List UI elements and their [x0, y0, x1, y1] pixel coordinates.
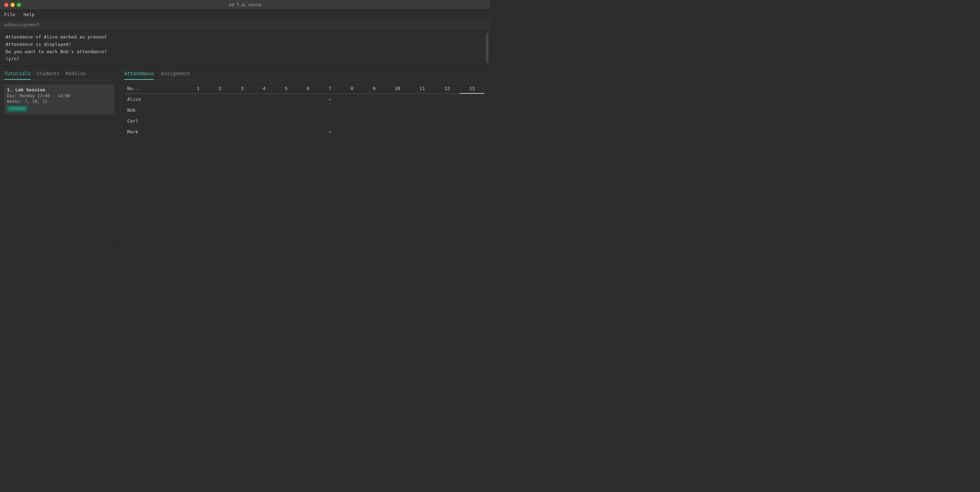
carl-9 — [363, 115, 385, 126]
mark-6 — [297, 126, 319, 137]
right-panel: Attendance Assignment Na... 1 2 3 4 5 6 … — [119, 67, 490, 244]
attendance-table: Na... 1 2 3 4 5 6 7 8 9 10 11 12 13 — [124, 84, 484, 137]
alice-5 — [275, 93, 297, 105]
col-name: Na... — [124, 84, 187, 93]
terminal-scrollbar[interactable] — [486, 33, 488, 63]
panel-tabs: Attendance Assignment — [119, 67, 490, 80]
carl-13 — [460, 115, 484, 126]
col-13: 13 — [460, 84, 484, 93]
carl-5 — [275, 115, 297, 126]
tutorial-item-1[interactable]: 1. Lab Session Day: Monday 12:00 - 14:00… — [4, 84, 114, 114]
bob-6 — [297, 105, 319, 115]
terminal-line-2: Attendance is displayed! — [6, 41, 484, 48]
menubar: File Help — [0, 10, 490, 19]
mark-3 — [231, 126, 253, 137]
carl-2 — [209, 115, 231, 126]
mark-1 — [187, 126, 209, 137]
carl-8 — [341, 115, 363, 126]
col-2: 2 — [209, 84, 231, 93]
bob-8 — [341, 105, 363, 115]
glasses-icon: ⊙d — [229, 2, 234, 7]
menu-help[interactable]: Help — [22, 11, 36, 18]
alice-4 — [253, 93, 275, 105]
alice-8 — [341, 93, 363, 105]
mark-4 — [253, 126, 275, 137]
alice-2 — [209, 93, 231, 105]
alice-9 — [363, 93, 385, 105]
carl-3 — [231, 115, 253, 126]
mark-2 — [209, 126, 231, 137]
bob-2 — [209, 105, 231, 115]
alice-3 — [231, 93, 253, 105]
maximize-button[interactable] — [17, 3, 21, 7]
alice-12 — [435, 93, 460, 105]
col-9: 9 — [363, 84, 385, 93]
module-badge: CS1010S — [7, 106, 27, 112]
student-name-mark: Mark — [124, 126, 187, 137]
alice-13 — [460, 93, 484, 105]
bob-4 — [253, 105, 275, 115]
table-row: Mark ✓ — [124, 126, 484, 137]
mark-5 — [275, 126, 297, 137]
tutorial-day: Day: Monday 12:00 - 14:00 — [7, 93, 111, 98]
bob-12 — [435, 105, 460, 115]
table-row: Alice ✓ — [124, 93, 484, 105]
check-alice-7: ✓ — [329, 97, 331, 102]
attendance-table-container: Na... 1 2 3 4 5 6 7 8 9 10 11 12 13 — [119, 80, 490, 244]
student-name-alice: Alice — [124, 93, 187, 105]
bob-5 — [275, 105, 297, 115]
sidebar-tab-modules[interactable]: Modules — [65, 69, 86, 80]
tab-attendance[interactable]: Attendance — [124, 69, 154, 80]
app-title: ⊙d T.A.rence — [229, 2, 261, 7]
sidebar-tabs: Tutorials Students Modules — [0, 67, 118, 80]
alice-6 — [297, 93, 319, 105]
terminal-line-4: (y/n) — [6, 55, 484, 62]
col-4: 4 — [253, 84, 275, 93]
alice-1 — [187, 93, 209, 105]
minimize-button[interactable] — [11, 3, 15, 7]
bob-7 — [319, 105, 341, 115]
bob-9 — [363, 105, 385, 115]
carl-10 — [385, 115, 410, 126]
col-6: 6 — [297, 84, 319, 93]
col-8: 8 — [341, 84, 363, 93]
col-11: 11 — [410, 84, 435, 93]
sidebar-content: 1. Lab Session Day: Monday 12:00 - 14:00… — [0, 80, 118, 244]
titlebar: ⊙d T.A.rence — [0, 0, 490, 10]
table-row: Bob — [124, 105, 484, 115]
mark-13 — [460, 126, 484, 137]
bob-1 — [187, 105, 209, 115]
sidebar-tab-tutorials[interactable]: Tutorials — [4, 69, 31, 80]
command-text: addassignment — [4, 22, 40, 27]
bob-13 — [460, 105, 484, 115]
alice-7: ✓ — [319, 93, 341, 105]
window-controls — [4, 3, 21, 7]
mark-7: ✓ — [319, 126, 341, 137]
close-button[interactable] — [4, 3, 8, 7]
mark-11 — [410, 126, 435, 137]
carl-4 — [253, 115, 275, 126]
carl-1 — [187, 115, 209, 126]
mark-9 — [363, 126, 385, 137]
mark-12 — [435, 126, 460, 137]
tutorial-weeks: Weeks: 7, 10, 12 — [7, 99, 111, 104]
col-7: 7 — [319, 84, 341, 93]
tutorial-number: 1. Lab Session — [7, 87, 111, 93]
bob-11 — [410, 105, 435, 115]
main-content: Tutorials Students Modules 1. Lab Sessio… — [0, 67, 490, 244]
sidebar: Tutorials Students Modules 1. Lab Sessio… — [0, 67, 119, 244]
check-mark-7: ✓ — [329, 129, 331, 134]
sidebar-tab-students[interactable]: Students — [37, 69, 60, 80]
tab-assignment[interactable]: Assignment — [161, 69, 190, 80]
col-10: 10 — [385, 84, 410, 93]
col-12: 12 — [435, 84, 460, 93]
command-area: addassignment — [0, 19, 490, 30]
carl-7 — [319, 115, 341, 126]
carl-11 — [410, 115, 435, 126]
alice-11 — [410, 93, 435, 105]
carl-6 — [297, 115, 319, 126]
terminal-output: Attendance of Alice marked as present At… — [0, 30, 490, 67]
student-name-carl: Carl — [124, 115, 187, 126]
menu-file[interactable]: File — [3, 11, 16, 18]
col-3: 3 — [231, 84, 253, 93]
